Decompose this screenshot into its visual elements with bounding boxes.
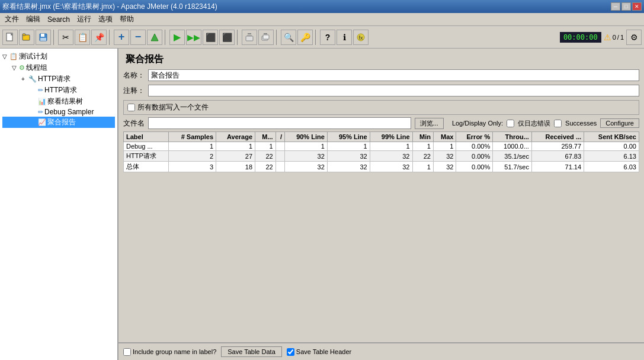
configure-button[interactable]: Configure — [600, 118, 639, 128]
tree-item-http-ctrl[interactable]: + 🔧 HTTP请求 — [2, 73, 115, 85]
toggle-http-ctrl[interactable]: + — [21, 76, 28, 82]
table-cell: 1 — [412, 142, 433, 151]
separator-1 — [53, 30, 56, 45]
tree-label-agg-report: 聚合报告 — [47, 117, 76, 127]
stop-button[interactable]: ⬛ — [203, 30, 218, 45]
info-button[interactable]: ℹ — [337, 30, 352, 45]
clear-all-icon — [261, 33, 271, 42]
error-label: 仅日志错误 — [518, 119, 550, 128]
col-throu: Throu... — [493, 132, 532, 142]
clear-button[interactable] — [242, 30, 257, 45]
menu-search[interactable]: Search — [44, 14, 73, 25]
tree-item-debug[interactable]: ✏ Debug Sampler — [2, 107, 115, 117]
close-button[interactable]: ✕ — [632, 2, 642, 11]
col-m: M... — [255, 132, 276, 142]
function-button[interactable]: fx — [353, 30, 369, 45]
panel-title: 聚合报告 — [118, 49, 644, 69]
table-cell: 32 — [433, 162, 456, 172]
table-cell: 1 — [216, 142, 255, 151]
menu-help[interactable]: 帮助 — [116, 13, 137, 25]
separator-5 — [276, 30, 278, 45]
shutdown-button[interactable]: ⬛ — [219, 30, 235, 45]
remove-button[interactable]: − — [130, 30, 146, 45]
separator-4 — [237, 30, 239, 45]
tree-label-debug: Debug Sampler — [44, 108, 94, 116]
title-text: 察看结果树.jmx (E:\察看结果树.jmx) - Apache JMeter… — [2, 2, 611, 12]
remote-start-button[interactable]: 🔑 — [297, 30, 313, 45]
left-panel: ▽ 📋 测试计划 ▽ ⚙ 线程组 + 🔧 HTTP请求 ✏ HTTP请求 📊 察… — [0, 49, 118, 360]
save-button[interactable] — [36, 30, 51, 45]
warning-area: ⚠ 0 / 1 — [604, 33, 624, 42]
separator-6 — [315, 30, 318, 45]
file-input[interactable] — [148, 117, 411, 129]
cut-button[interactable]: ✂ — [58, 30, 73, 45]
table-cell: 32 — [327, 162, 370, 172]
start-button[interactable]: ▶ — [169, 30, 185, 45]
menu-run[interactable]: 运行 — [73, 13, 95, 25]
table-cell: 22 — [255, 162, 276, 172]
svg-rect-11 — [263, 35, 269, 39]
clear-all-button[interactable] — [258, 30, 274, 45]
table-cell: 32 — [284, 162, 327, 172]
tree-item-http-req[interactable]: ✏ HTTP请求 — [2, 85, 115, 96]
toggle-plan[interactable]: ▽ — [2, 53, 9, 60]
table-cell: 0.00% — [456, 162, 493, 172]
col-90: 90% Line — [284, 132, 327, 142]
col-min: Min — [412, 132, 433, 142]
copy-button[interactable]: 📋 — [75, 30, 90, 45]
include-group-label: Include group name in label? — [133, 348, 216, 355]
table-cell: 32 — [327, 151, 370, 162]
help-button[interactable]: ? — [320, 30, 335, 45]
tree-label-http-req: HTTP请求 — [44, 85, 77, 95]
warning-count: 0 — [613, 34, 616, 41]
include-group-checkbox[interactable] — [123, 348, 131, 356]
save-header-check-row: Save Table Header — [287, 348, 351, 356]
toggle-group[interactable]: ▽ — [12, 65, 19, 71]
browse-button[interactable] — [147, 30, 162, 45]
success-checkbox[interactable] — [554, 120, 562, 127]
new-button[interactable] — [2, 30, 18, 45]
tree-label-http-ctrl: HTTP请求 — [38, 74, 71, 84]
menu-file[interactable]: 文件 — [1, 13, 23, 25]
toggle-view-tree — [31, 98, 38, 105]
minimize-button[interactable]: ─ — [611, 2, 620, 11]
panel-body: 名称： 注释： 所有数据写入一个文件 文件名 浏览... Log/Display… — [118, 69, 644, 342]
table-cell: 1 — [284, 142, 327, 151]
write-file-checkbox[interactable] — [127, 104, 135, 111]
add-button[interactable]: + — [114, 30, 129, 45]
save-icon — [39, 33, 48, 42]
menu-options[interactable]: 选项 — [95, 13, 116, 25]
table-cell: 6.03 — [584, 162, 639, 172]
file-row: 文件名 浏览... Log/Display Only: 仅日志错误 Succes… — [123, 117, 639, 129]
open-button[interactable] — [19, 30, 34, 45]
menu-edit[interactable]: 编辑 — [23, 13, 44, 25]
table-cell: Debug ... — [124, 142, 169, 151]
error-checkbox[interactable] — [507, 120, 514, 127]
title-bar: 察看结果树.jmx (E:\察看结果树.jmx) - Apache JMeter… — [0, 0, 644, 13]
table-cell: 1 — [370, 142, 412, 151]
search-toolbar-button[interactable]: 🔍 — [281, 30, 296, 45]
table-cell: 1 — [412, 162, 433, 172]
success-label: Successes — [565, 120, 597, 127]
write-file-row: 所有数据写入一个文件 — [123, 100, 639, 115]
browse-button[interactable]: 浏览... — [415, 118, 444, 129]
comment-input[interactable] — [148, 85, 639, 97]
tree-label-view-tree: 察看结果树 — [47, 97, 83, 107]
table-cell — [275, 142, 284, 151]
table-cell: 27 — [216, 151, 255, 162]
settings-button[interactable]: ⚙ — [626, 30, 642, 45]
table-cell: 71.14 — [531, 162, 584, 172]
table-cell — [275, 162, 284, 172]
tree-item-group[interactable]: ▽ ⚙ 线程组 — [2, 62, 115, 73]
paste-button[interactable]: 📌 — [91, 30, 107, 45]
save-header-checkbox[interactable] — [287, 348, 294, 356]
start-nopause-button[interactable]: ▶▶ — [186, 30, 201, 45]
maximize-button[interactable]: □ — [621, 2, 631, 11]
svg-rect-4 — [41, 34, 44, 37]
tree-item-agg-report[interactable]: 📈 聚合报告 — [2, 117, 115, 128]
tree-item-view-tree[interactable]: 📊 察看结果树 — [2, 96, 115, 107]
tree-item-plan[interactable]: ▽ 📋 测试计划 — [2, 51, 115, 62]
name-input[interactable] — [148, 69, 639, 81]
tree-label-plan: 测试计划 — [19, 52, 47, 62]
save-table-data-button[interactable]: Save Table Data — [221, 346, 282, 357]
